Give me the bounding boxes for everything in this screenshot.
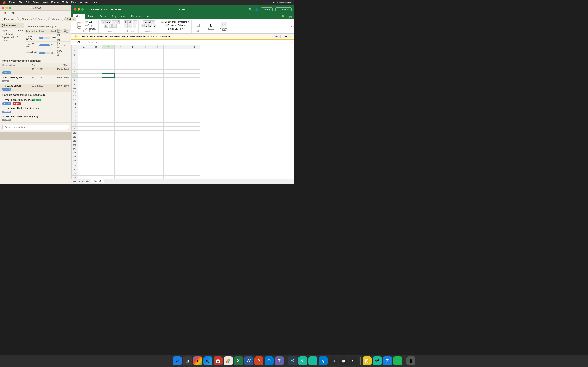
cell-G15[interactable]: [151, 106, 164, 110]
percent-button[interactable]: %: [141, 24, 145, 27]
cell-A8[interactable]: [78, 78, 90, 82]
cell-C27[interactable]: [102, 155, 114, 159]
tab-more[interactable]: •••: [144, 14, 152, 19]
cell-G19[interactable]: [151, 123, 164, 127]
cell-I14[interactable]: [176, 102, 188, 106]
cell-A21[interactable]: [78, 131, 90, 135]
cell-A23[interactable]: [78, 139, 90, 143]
cell-H11[interactable]: [164, 90, 176, 94]
cell-D9[interactable]: [114, 82, 127, 86]
cell-F1[interactable]: [139, 49, 151, 53]
row-header-25[interactable]: 25: [72, 147, 78, 151]
cell-C11[interactable]: [102, 90, 114, 94]
cell-E21[interactable]: [127, 131, 139, 135]
cell-H15[interactable]: [164, 106, 176, 110]
bold-button[interactable]: B: [104, 24, 108, 27]
cell-H23[interactable]: [164, 139, 176, 143]
cell-F15[interactable]: [139, 106, 151, 110]
cell-D14[interactable]: [114, 102, 127, 106]
cell-C7[interactable]: [102, 74, 114, 78]
cell-H31[interactable]: [164, 171, 176, 175]
cell-D7[interactable]: [114, 74, 127, 78]
cell-C28[interactable]: [102, 159, 114, 163]
copy-button[interactable]: ⧉ Copy: [85, 24, 97, 27]
cell-J6[interactable]: [188, 69, 200, 74]
cell-D25[interactable]: [114, 147, 127, 151]
cell-D27[interactable]: [114, 155, 127, 159]
cell-A4[interactable]: [78, 61, 90, 66]
cell-J30[interactable]: [188, 167, 200, 171]
cell-H22[interactable]: [164, 135, 176, 139]
cell-J12[interactable]: [188, 94, 200, 98]
cell-G5[interactable]: [151, 66, 164, 69]
cell-C14[interactable]: [102, 102, 114, 106]
comments-button[interactable]: Comments: [276, 7, 292, 11]
cell-J11[interactable]: [188, 90, 200, 94]
cell-B18[interactable]: [90, 118, 102, 123]
cell-B16[interactable]: [90, 110, 102, 114]
cell-C21[interactable]: [102, 131, 114, 135]
cell-B21[interactable]: [90, 131, 102, 135]
row-header-10[interactable]: 10: [72, 86, 78, 90]
cell-B10[interactable]: [90, 86, 102, 90]
cell-E31[interactable]: [127, 171, 139, 175]
cell-F23[interactable]: [139, 139, 151, 143]
cell-B20[interactable]: [90, 127, 102, 131]
cell-A32[interactable]: [78, 175, 90, 179]
cell-J14[interactable]: [188, 102, 200, 106]
cell-G9[interactable]: [151, 82, 164, 86]
cell-E2[interactable]: [127, 53, 139, 57]
cell-C32[interactable]: [102, 175, 114, 179]
cell-A6[interactable]: [78, 69, 90, 74]
cell-C2[interactable]: [102, 53, 114, 57]
cell-D18[interactable]: [114, 118, 127, 123]
cell-B3[interactable]: [90, 57, 102, 61]
row-header-13[interactable]: 13: [72, 98, 78, 102]
cell-A19[interactable]: [78, 123, 90, 127]
cell-H7[interactable]: [164, 74, 176, 78]
cell-J29[interactable]: [188, 163, 200, 167]
cell-A1[interactable]: [78, 49, 90, 53]
menu-view[interactable]: View: [33, 1, 39, 4]
cell-F5[interactable]: [139, 66, 151, 69]
cell-D8[interactable]: [114, 78, 127, 82]
cell-G16[interactable]: [151, 110, 164, 114]
cell-F14[interactable]: [139, 102, 151, 106]
search-icon[interactable]: 🔍: [249, 8, 252, 11]
cell-H20[interactable]: [164, 127, 176, 131]
col-header-G[interactable]: G: [151, 45, 164, 49]
cell-I20[interactable]: [176, 127, 188, 131]
cell-B24[interactable]: [90, 143, 102, 147]
cell-G14[interactable]: [151, 102, 164, 106]
col-header-D[interactable]: D: [114, 45, 127, 49]
cell-I11[interactable]: [176, 90, 188, 94]
cell-I25[interactable]: [176, 147, 188, 151]
cell-C16[interactable]: [102, 110, 114, 114]
cell-G32[interactable]: [151, 175, 164, 179]
cell-I13[interactable]: [176, 98, 188, 102]
align-middle-button[interactable]: ⊕: [128, 20, 132, 24]
menu-file[interactable]: File: [18, 1, 22, 4]
cell-J5[interactable]: [188, 66, 200, 69]
row-header-29[interactable]: 29: [72, 163, 78, 167]
cell-I6[interactable]: [176, 69, 188, 74]
cell-I30[interactable]: [176, 167, 188, 171]
row-header-1[interactable]: 1: [72, 49, 78, 53]
number-format-select[interactable]: General: [143, 20, 155, 24]
cell-H14[interactable]: [164, 102, 176, 106]
cell-J16[interactable]: [188, 110, 200, 114]
row-header-17[interactable]: 17: [72, 114, 78, 118]
cell-F13[interactable]: [139, 98, 151, 102]
cell-I16[interactable]: [176, 110, 188, 114]
cell-E12[interactable]: [127, 94, 139, 98]
cell-B1[interactable]: [90, 49, 102, 53]
cell-G6[interactable]: [151, 69, 164, 74]
menu-format[interactable]: Format: [51, 1, 59, 4]
row-header-30[interactable]: 30: [72, 167, 78, 171]
cell-E25[interactable]: [127, 147, 139, 151]
row-header-24[interactable]: 24: [72, 143, 78, 147]
cell-J4[interactable]: [188, 61, 200, 66]
row-header-15[interactable]: 15: [72, 106, 78, 110]
cell-I18[interactable]: [176, 118, 188, 123]
cell-B17[interactable]: [90, 114, 102, 118]
